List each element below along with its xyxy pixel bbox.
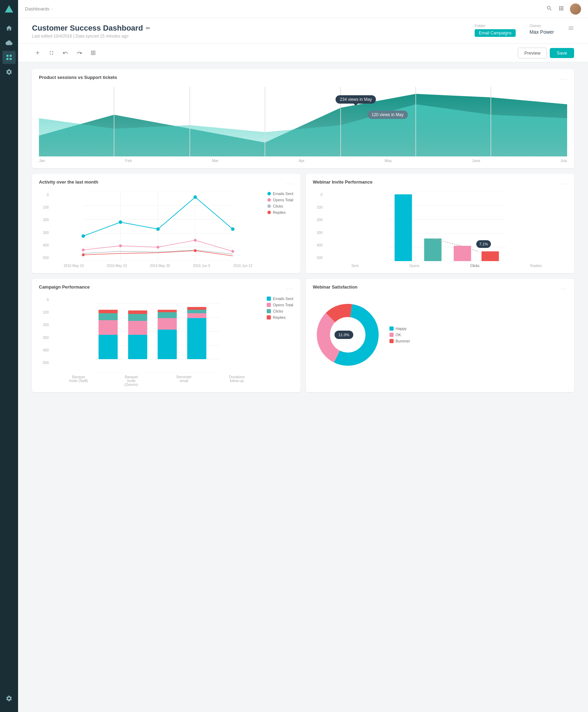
area-chart-visual: 234 views in May 120 views in May [39,87,567,156]
webinar-bars-area: 7.1% Sent Opens Clicks Replies [326,192,567,268]
main-area: Dashboards › Customer Success Dashboard … [18,0,588,712]
line-chart-title: Activity over the last month [39,179,98,185]
campaign-bars-area: Banquet Invite (Staff) Banquet Invite (D… [52,297,263,387]
svg-text:7.1%: 7.1% [479,242,488,246]
sidebar-item-dashboard[interactable] [2,51,16,64]
legend-opens-total: Opens Total [267,198,293,202]
undo-button[interactable] [60,47,71,58]
save-button[interactable]: Save [550,48,574,58]
legend-happy: Happy [389,326,410,331]
donut-chart: 11.0% [313,300,382,370]
toolbar: + Preview Save [18,44,588,62]
svg-point-28 [119,244,122,247]
topnav-right [546,3,581,15]
x-axis-labels: 2016 May 16 2016 May 23 2016 May 30 2016… [52,264,264,268]
owner-value: Max Power [530,29,554,35]
line-chart-legend: Emails Sent Opens Total Clicks Repl [267,192,293,268]
line-chart-card: Activity over the last month ··· 500 400… [32,174,300,273]
svg-point-27 [82,249,84,251]
line-chart-body: 500 400 300 200 100 0 [39,192,293,268]
sidebar-item-cloud[interactable] [2,36,16,49]
row-3: Campaign Performance ··· 500 400 300 200… [32,279,574,392]
sidebar-item-settings[interactable] [2,692,16,705]
y-axis: 500 400 300 200 100 0 [39,192,49,261]
header-menu-icon[interactable] [568,25,574,33]
svg-point-23 [119,220,122,224]
svg-point-31 [231,250,234,253]
folder-group: Folder Email Campaigns [475,24,516,37]
legend-ok: OK [389,333,410,337]
header-left: Customer Success Dashboard ✏ Last edited… [32,24,150,39]
redo-button[interactable] [74,47,85,58]
legend-clicks: Clicks [267,204,293,208]
campaign-bar-header: Campaign Performance ··· [39,284,293,293]
tooltip-1: 234 views in May [336,95,376,104]
page-header: Customer Success Dashboard ✏ Last edited… [18,18,588,44]
campaign-bar-svg [52,297,263,373]
donut-svg: 11.0% [313,300,382,370]
donut-card: Webinar Satisfaction ··· [306,279,574,392]
webinar-bar-card: Webinar Invite Performance ··· 500 400 3… [306,174,574,273]
svg-point-30 [194,239,196,242]
svg-rect-67 [187,313,206,318]
pencil-icon[interactable]: ✏ [146,25,150,32]
owner-label: Owner [530,24,554,28]
breadcrumb-separator: › [51,6,53,11]
legend-emails-sent-2: Emails Sent [267,297,293,301]
sidebar-item-home[interactable] [2,22,16,35]
sidebar-item-gear[interactable] [2,65,16,79]
svg-rect-63 [158,318,177,330]
svg-rect-56 [98,313,118,320]
breadcrumb-text[interactable]: Dashboards [25,6,49,11]
sidebar [0,0,18,712]
svg-rect-40 [394,194,412,261]
webinar-bar-menu[interactable]: ··· [561,181,567,187]
line-chart-area: 2016 May 16 2016 May 23 2016 May 30 2016… [52,192,264,268]
svg-rect-64 [158,312,177,318]
add-button[interactable]: + [32,47,43,58]
donut-header: Webinar Satisfaction ··· [313,284,567,293]
webinar-bar-title: Webinar Invite Performance [313,179,373,185]
folder-badge[interactable]: Email Campaigns [475,29,516,37]
donut-title: Webinar Satisfaction [313,284,357,290]
webinar-y-axis: 500 400 300 200 100 0 [313,192,323,261]
svg-rect-61 [128,310,147,314]
line-chart-svg [52,192,264,261]
legend-replies-2: Replies [267,315,293,319]
line-chart-menu[interactable]: ··· [287,181,293,187]
svg-point-25 [193,195,197,199]
preview-button[interactable]: Preview [518,48,547,58]
svg-rect-1 [7,55,9,57]
apps-icon[interactable] [558,5,564,13]
svg-rect-58 [128,335,147,359]
svg-rect-60 [128,314,147,321]
svg-point-26 [231,227,234,231]
svg-marker-0 [5,5,13,13]
folder-label: Folder [475,24,516,28]
expand-button[interactable] [46,47,57,58]
row-2: Activity over the last month ··· 500 400… [32,174,574,273]
legend-bummer: Bummer [389,339,410,343]
area-chart-menu[interactable]: ··· [561,76,567,82]
svg-text:11.0%: 11.0% [338,333,349,337]
webinar-x-labels: Sent Opens Clicks Replies [326,264,567,268]
svg-point-29 [156,246,159,249]
owner-group: Owner Max Power [530,24,554,35]
svg-point-32 [82,253,84,256]
table-button[interactable] [88,47,99,58]
campaign-x-labels: Banquet Invite (Staff) Banquet Invite (D… [52,375,263,387]
area-chart-x-axis: Jan Feb Mar Apr May June July [39,156,567,163]
svg-rect-66 [187,318,206,359]
donut-body: 11.0% Happy OK [313,297,567,373]
user-avatar[interactable] [570,3,581,15]
header-right: Folder Email Campaigns Owner Max Power [475,24,574,37]
logo[interactable] [4,4,14,15]
search-icon[interactable] [546,5,553,13]
webinar-bar-body: 500 400 300 200 100 0 [313,192,567,268]
campaign-bar-menu[interactable]: ··· [287,286,293,292]
svg-rect-2 [10,55,12,57]
page-title: Customer Success Dashboard ✏ [32,24,150,33]
svg-point-24 [156,227,160,231]
donut-menu[interactable]: ··· [561,286,567,292]
svg-rect-41 [424,238,441,261]
